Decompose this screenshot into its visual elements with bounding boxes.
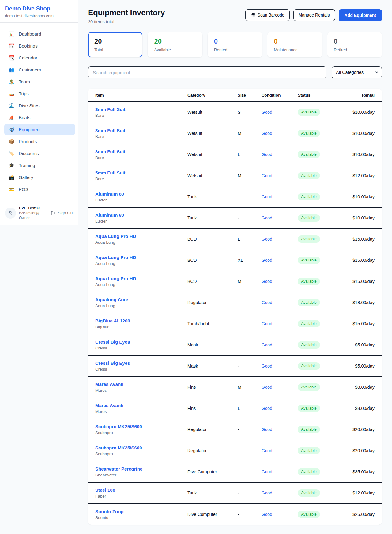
item-name-link[interactable]: Aluminum 80 — [95, 212, 187, 218]
item-name-link[interactable]: Mares Avanti — [95, 403, 187, 408]
sign-out-button[interactable]: Sign Out — [51, 211, 74, 216]
item-name-link[interactable]: Shearwater Peregrine — [95, 466, 187, 471]
avatar — [5, 208, 16, 219]
condition-link[interactable]: Good — [262, 427, 298, 432]
item-name-link[interactable]: 3mm Full Suit — [95, 149, 187, 154]
item-name-link[interactable]: Aqua Lung Pro HD — [95, 234, 187, 239]
rental-cell: $10.00/day — [338, 131, 375, 136]
item-name-link[interactable]: Scubapro MK25/S600 — [95, 424, 187, 429]
stat-value: 20 — [154, 37, 196, 45]
item-name-link[interactable]: 3mm Full Suit — [95, 128, 187, 133]
table-row: Scubapro MK25/S600ScubaproRegulator-Good… — [88, 440, 382, 461]
condition-link[interactable]: Good — [262, 321, 298, 326]
scan-barcode-button[interactable]: Scan Barcode — [245, 9, 290, 21]
condition-link[interactable]: Good — [262, 406, 298, 411]
column-header-condition: Condition — [262, 93, 298, 97]
status-badge: Available — [298, 447, 320, 454]
item-name-link[interactable]: 5mm Full Suit — [95, 170, 187, 175]
equipment-table: Item Category Size Condition Status Rent… — [88, 89, 382, 525]
table-row: 3mm Full SuitBareWetsuitLGoodAvailable$1… — [88, 144, 382, 165]
sign-out-label: Sign Out — [58, 211, 74, 215]
sidebar-item-label: Trips — [19, 91, 29, 96]
category-cell: Mask — [187, 342, 238, 347]
status-badge: Available — [298, 362, 320, 370]
stat-card-rented[interactable]: 0Rented — [208, 32, 262, 57]
sidebar-item-discounts[interactable]: 🏷️Discounts — [4, 148, 75, 159]
gallery-icon: 📸 — [9, 175, 15, 180]
sidebar-item-training[interactable]: 🎓Training — [4, 160, 75, 171]
item-name-link[interactable]: Aluminum 80 — [95, 191, 187, 196]
category-select[interactable]: All Categories — [332, 66, 382, 78]
status-cell: Available — [298, 405, 338, 412]
dashboard-icon: 📊 — [9, 32, 15, 36]
sidebar-item-label: Dive Sites — [19, 103, 40, 108]
add-equipment-button[interactable]: Add Equipment — [339, 9, 382, 21]
item-name-link[interactable]: Mares Avanti — [95, 382, 187, 387]
condition-link[interactable]: Good — [262, 110, 298, 115]
condition-link[interactable]: Good — [262, 469, 298, 474]
status-badge: Available — [298, 383, 320, 391]
sidebar-item-dashboard[interactable]: 📊Dashboard — [4, 28, 75, 40]
item-name-link[interactable]: 3mm Full Suit — [95, 107, 187, 112]
size-cell: - — [238, 194, 262, 199]
sidebar-item-trips[interactable]: 🚤Trips — [4, 88, 75, 99]
stat-card-retired[interactable]: 0Retired — [327, 32, 382, 57]
item-cell: 3mm Full SuitBare — [95, 107, 187, 118]
condition-link[interactable]: Good — [262, 364, 298, 368]
size-cell: M — [238, 385, 262, 390]
condition-link[interactable]: Good — [262, 258, 298, 263]
sidebar-item-pos[interactable]: 💳POS — [4, 184, 75, 195]
sidebar-item-customers[interactable]: 👥Customers — [4, 64, 75, 75]
products-icon: 📦 — [9, 139, 15, 144]
status-badge: Available — [298, 299, 320, 306]
table-row: Cressi Big EyesCressiMask-GoodAvailable$… — [88, 334, 382, 356]
condition-link[interactable]: Good — [262, 194, 298, 199]
search-input[interactable] — [88, 66, 326, 78]
condition-link[interactable]: Good — [262, 342, 298, 347]
sidebar-item-tours[interactable]: 🏝️Tours — [4, 76, 75, 87]
category-cell: Wetsuit — [187, 173, 238, 178]
sidebar-item-gallery[interactable]: 📸Gallery — [4, 172, 75, 183]
rental-cell: $15.00/day — [338, 279, 375, 284]
condition-link[interactable]: Good — [262, 279, 298, 284]
condition-link[interactable]: Good — [262, 490, 298, 495]
brand-name[interactable]: Demo Dive Shop — [5, 5, 73, 12]
stat-card-maintenance[interactable]: 0Maintenance — [267, 32, 322, 57]
condition-link[interactable]: Good — [262, 216, 298, 220]
rental-cell: $12.00/day — [338, 173, 375, 178]
condition-link[interactable]: Good — [262, 385, 298, 390]
stat-card-available[interactable]: 20Available — [148, 32, 202, 57]
sidebar-item-calendar[interactable]: 📆Calendar — [4, 52, 75, 63]
condition-link[interactable]: Good — [262, 173, 298, 178]
condition-link[interactable]: Good — [262, 448, 298, 453]
item-name-link[interactable]: Cressi Big Eyes — [95, 339, 187, 345]
item-name-link[interactable]: Aqualung Core — [95, 297, 187, 302]
sidebar-item-bookings[interactable]: 📅Bookings — [4, 40, 75, 51]
item-name-link[interactable]: Aqua Lung Pro HD — [95, 276, 187, 281]
stat-label: Total — [94, 48, 136, 52]
item-name-link[interactable]: BigBlue AL1200 — [95, 318, 187, 323]
condition-link[interactable]: Good — [262, 237, 298, 242]
status-badge: Available — [298, 511, 320, 518]
item-cell: BigBlue AL1200BigBlue — [95, 318, 187, 329]
condition-link[interactable]: Good — [262, 152, 298, 157]
item-name-link[interactable]: Scubapro MK25/S600 — [95, 445, 187, 450]
sidebar-item-products[interactable]: 📦Products — [4, 136, 75, 147]
item-brand: Scubapro — [95, 430, 187, 435]
item-name-link[interactable]: Aqua Lung Pro HD — [95, 255, 187, 260]
condition-link[interactable]: Good — [262, 512, 298, 517]
sidebar-item-dive-sites[interactable]: 🌊Dive Sites — [4, 100, 75, 111]
rental-cell: $8.00/day — [338, 406, 375, 411]
condition-link[interactable]: Good — [262, 300, 298, 305]
sidebar-item-equipment[interactable]: 🤿Equipment — [4, 124, 75, 135]
item-name-link[interactable]: Suunto Zoop — [95, 509, 187, 514]
manage-rentals-button[interactable]: Manage Rentals — [293, 9, 335, 21]
user-role: Owner — [19, 216, 48, 220]
sidebar-item-boats[interactable]: ⛵Boats — [4, 112, 75, 123]
item-name-link[interactable]: Steel 100 — [95, 487, 187, 493]
stat-card-total[interactable]: 20Total — [88, 32, 142, 57]
condition-link[interactable]: Good — [262, 131, 298, 136]
size-cell: M — [238, 279, 262, 284]
item-name-link[interactable]: Cressi Big Eyes — [95, 360, 187, 366]
item-brand: Aqua Lung — [95, 261, 187, 266]
